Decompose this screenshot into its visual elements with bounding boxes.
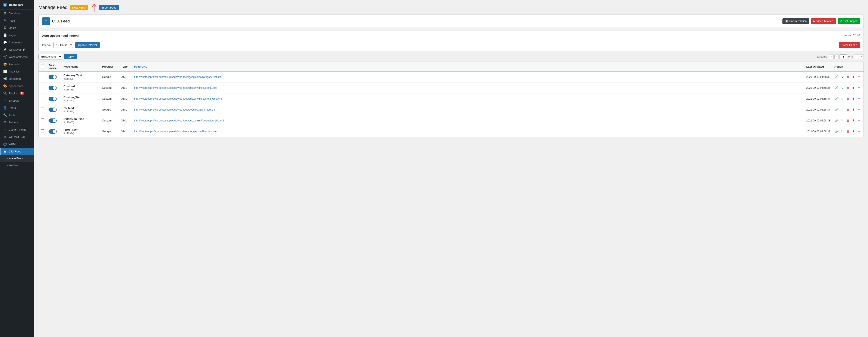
- auto-update-toggle[interactable]: [49, 86, 57, 90]
- update-interval-button[interactable]: Update Interval: [75, 42, 100, 48]
- auto-update-toggle[interactable]: [49, 108, 57, 112]
- auto-update-toggle[interactable]: [49, 129, 57, 134]
- download-icon[interactable]: ⬇: [851, 129, 856, 134]
- apply-button[interactable]: Apply: [64, 54, 77, 59]
- sidebar-item-dashboard[interactable]: ⊞ Dashboard: [0, 10, 34, 17]
- select-all-checkbox[interactable]: [41, 65, 44, 68]
- sidebar-item-make-feed[interactable]: Make Feed: [0, 162, 34, 169]
- feed-url-link[interactable]: http://woofeedpro/wp-content/uploads/woo…: [134, 119, 224, 122]
- sidebar-item-wpclever[interactable]: ⚡ WPClever ⚡: [0, 46, 34, 53]
- sidebar-item-manage-feeds[interactable]: Manage Feeds: [0, 155, 34, 162]
- row-checkbox[interactable]: [41, 97, 44, 100]
- refresh-icon[interactable]: ↻: [840, 86, 845, 90]
- auto-update-toggle[interactable]: [49, 97, 57, 101]
- feed-url-header: Feed URL: [132, 62, 804, 72]
- delete-icon[interactable]: 🗑: [845, 118, 850, 123]
- sidebar-item-plugins[interactable]: 🔌 Plugins 11: [0, 90, 34, 97]
- sidebar-item-label: Products: [8, 63, 20, 66]
- sidebar-item-tools[interactable]: 🔧 Tools: [0, 112, 34, 119]
- documentation-button[interactable]: 📋 Documentation: [782, 19, 809, 24]
- open-link-icon[interactable]: 🔗: [834, 129, 839, 134]
- import-feed-button[interactable]: Import Feed: [99, 5, 119, 10]
- edit-icon[interactable]: ✏: [857, 118, 861, 123]
- feed-url-link[interactable]: http://woofeedpro/wp-content/uploads/woo…: [134, 108, 215, 111]
- download-icon[interactable]: ⬇: [851, 118, 856, 123]
- row-checkbox[interactable]: [41, 108, 44, 111]
- sidebar-item-products[interactable]: 📦 Products: [0, 61, 34, 68]
- download-icon[interactable]: ⬇: [851, 74, 856, 79]
- edit-icon[interactable]: ✏: [857, 86, 861, 90]
- edit-icon[interactable]: ✏: [857, 74, 861, 79]
- sidebar-item-users[interactable]: 👤 Users: [0, 104, 34, 112]
- sidebar-item-ctx-feed[interactable]: ◉ CTX Feed: [0, 148, 34, 155]
- sidebar-item-settings[interactable]: ⚙ Settings: [0, 119, 34, 126]
- sidebar-item-media[interactable]: 🖼 Media: [0, 24, 34, 31]
- media-icon: 🖼: [3, 26, 7, 30]
- edit-icon[interactable]: ✏: [857, 129, 861, 134]
- ctx-feed-icon: ◉: [3, 150, 7, 153]
- plugins-badge: 11: [20, 92, 24, 95]
- delete-icon[interactable]: 🗑: [845, 74, 850, 79]
- row-checkbox[interactable]: [41, 129, 44, 133]
- custom-fields-icon: ≡: [3, 128, 7, 131]
- open-link-icon[interactable]: 🔗: [834, 118, 839, 123]
- sidebar-item-analytics[interactable]: 📊 Analytics: [0, 68, 34, 75]
- edit-icon[interactable]: ✏: [857, 108, 861, 112]
- first-page-button[interactable]: «: [829, 54, 834, 59]
- edit-icon[interactable]: ✏: [857, 96, 861, 101]
- open-link-icon[interactable]: 🔗: [834, 96, 839, 101]
- sidebar-item-comments[interactable]: 💬 Comments: [0, 39, 34, 46]
- auto-update-toggle[interactable]: [49, 75, 57, 79]
- sidebar-item-snippets[interactable]: { } Snippets: [0, 97, 34, 104]
- get-support-button[interactable]: ⚙ Get Support: [838, 19, 860, 24]
- feed-url-link[interactable]: http://woofeedpro/wp-content/uploads/woo…: [134, 97, 222, 100]
- sidebar-item-label: WP Mail SMTP: [8, 135, 27, 139]
- download-icon[interactable]: ⬇: [851, 86, 856, 90]
- refresh-icon[interactable]: ↻: [840, 118, 845, 123]
- sidebar-item-woocommerce[interactable]: 🛒 WooCommerce: [0, 53, 34, 61]
- row-checkbox[interactable]: [41, 86, 44, 89]
- prev-page-button[interactable]: ‹: [834, 54, 839, 59]
- open-link-icon[interactable]: 🔗: [834, 108, 839, 112]
- feed-url-link[interactable]: http://woofeedpro/wp-content/uploads/woo…: [134, 130, 217, 133]
- auto-update-toggle[interactable]: [49, 119, 57, 123]
- sidebar-item-custom-fields[interactable]: ≡ Custom Fields: [0, 126, 34, 133]
- delete-icon[interactable]: 🗑: [845, 129, 850, 134]
- current-page-input[interactable]: [840, 54, 847, 59]
- sidebar-item-wpml[interactable]: 🌐 WPML: [0, 141, 34, 148]
- next-page-button[interactable]: ›: [854, 54, 858, 59]
- sidebar-item-marketing[interactable]: 📢 Marketing: [0, 75, 34, 82]
- settings-icon: ⚙: [3, 121, 7, 124]
- download-icon[interactable]: ⬇: [851, 108, 856, 112]
- delete-icon[interactable]: 🗑: [845, 96, 850, 101]
- sidebar-logo-text: Dashboard: [9, 3, 24, 6]
- bulk-actions-select[interactable]: Bulk Actions Delete Enable Disable: [38, 54, 62, 59]
- sidebar-item-pages[interactable]: 📄 Pages: [0, 31, 34, 39]
- delete-icon[interactable]: 🗑: [845, 86, 850, 90]
- refresh-icon[interactable]: ↻: [840, 108, 845, 112]
- sidebar-item-posts[interactable]: ✎ Posts: [0, 17, 34, 24]
- last-page-button[interactable]: »: [859, 54, 864, 59]
- row-checkbox[interactable]: [41, 119, 44, 122]
- refresh-icon[interactable]: ↻: [840, 96, 845, 101]
- new-feed-button[interactable]: New Feed: [70, 5, 88, 10]
- clear-cache-button[interactable]: Clear Cache: [839, 42, 860, 48]
- open-link-icon[interactable]: 🔗: [834, 86, 839, 90]
- sidebar-item-appearance[interactable]: 🎨 Appearance: [0, 82, 34, 90]
- provider-cell: Google: [100, 104, 119, 115]
- refresh-icon[interactable]: ↻: [840, 74, 845, 79]
- type-cell: XML: [119, 82, 132, 93]
- feed-url-link[interactable]: http://woofeedpro/wp-content/uploads/woo…: [134, 75, 222, 79]
- refresh-icon[interactable]: ↻: [840, 129, 845, 134]
- interval-select[interactable]: 12 Hours 1 Hour 2 Hours 6 Hours 24 Hours: [54, 42, 73, 48]
- type-header: Type: [119, 62, 132, 72]
- sidebar-logo[interactable]: W Dashboard: [0, 0, 34, 10]
- open-link-icon[interactable]: 🔗: [834, 74, 839, 79]
- feed-name: Custom2: [64, 85, 75, 88]
- feed-url-link[interactable]: http://woofeedpro/wp-content/uploads/woo…: [134, 86, 217, 89]
- download-icon[interactable]: ⬇: [851, 96, 856, 101]
- sidebar-item-wp-mail-smtp[interactable]: ✉ WP Mail SMTP: [0, 133, 34, 141]
- video-tutorials-button[interactable]: ▶ Video Tutorials: [811, 19, 836, 24]
- delete-icon[interactable]: 🗑: [845, 108, 850, 112]
- row-checkbox[interactable]: [41, 75, 44, 78]
